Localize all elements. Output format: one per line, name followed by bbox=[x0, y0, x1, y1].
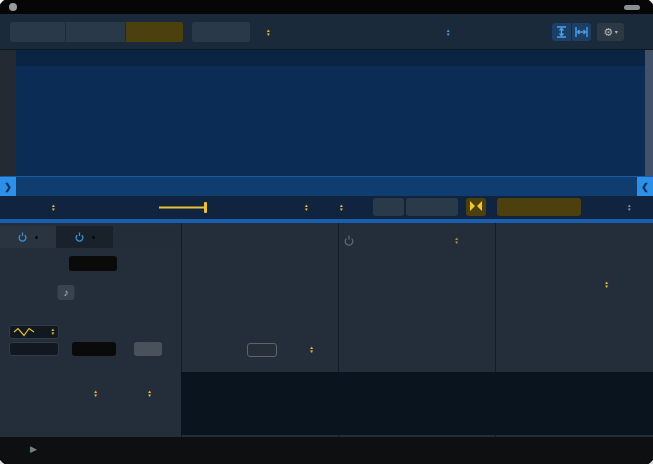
filter-power-icon[interactable] bbox=[344, 235, 354, 246]
gate-button[interactable] bbox=[373, 198, 404, 216]
recorder-button[interactable] bbox=[192, 22, 250, 42]
bend-range-selector[interactable]: ▲▼ bbox=[306, 343, 313, 355]
key-scroll-left-button[interactable]: ❯ bbox=[0, 177, 16, 197]
tab-lfo1[interactable] bbox=[0, 226, 56, 248]
action-menu-button[interactable]: ⚙ ▾ bbox=[597, 23, 624, 41]
title-bar bbox=[0, 0, 653, 14]
rate-sync-button[interactable]: ♪ bbox=[58, 285, 75, 300]
snap-selector[interactable]: ▲▼ bbox=[443, 22, 450, 42]
synth-section: ♪ ▲▼ ▲▼ ▲▼ ▲▼ ▲▼ bbox=[0, 223, 653, 437]
sensitivity-slider[interactable] bbox=[158, 201, 212, 214]
waveform-ruler bbox=[0, 50, 653, 66]
start-key-selector[interactable]: ▲▼ bbox=[301, 199, 308, 216]
waveform-display[interactable] bbox=[0, 66, 653, 176]
tab-one-shot[interactable] bbox=[66, 22, 125, 42]
key-strip: ❯ ❮ bbox=[0, 176, 653, 196]
toolbar: ▲▼ ▲▼ ⚙ ▾ bbox=[0, 14, 653, 50]
waveform-left-gutter bbox=[0, 50, 16, 176]
lfo-polarity-selector[interactable] bbox=[9, 342, 59, 356]
lfo-led bbox=[92, 236, 95, 239]
play-icon[interactable]: ▶ bbox=[30, 444, 37, 454]
follow-tempo-button[interactable] bbox=[497, 198, 581, 216]
sample-file-selector[interactable]: ▲▼ bbox=[263, 22, 270, 42]
slice-options-row: ▲▼ ▲▼ ▲▼ ▲▼ bbox=[0, 196, 653, 219]
waveform-region: ❯ ❮ bbox=[0, 50, 653, 196]
polyphony-selector[interactable]: ▲▼ bbox=[601, 278, 608, 290]
key-tracking-toggle[interactable] bbox=[247, 343, 277, 357]
lfo-tab-bar bbox=[0, 226, 181, 248]
scale-selector[interactable]: ▲▼ bbox=[336, 199, 343, 216]
flex-bowtie-icon bbox=[469, 201, 483, 211]
key-trigger-toggle[interactable] bbox=[134, 342, 162, 356]
vertical-zoom-button[interactable] bbox=[552, 23, 571, 41]
via-selector[interactable]: ▲▼ bbox=[90, 387, 97, 399]
play-to-end-button[interactable] bbox=[406, 198, 458, 216]
tab-classic[interactable] bbox=[10, 22, 65, 42]
gear-icon: ⚙ bbox=[603, 26, 613, 38]
lfo-fade-mode-selector[interactable] bbox=[69, 256, 117, 271]
horizontal-zoom-button[interactable] bbox=[572, 23, 591, 41]
mode-selector[interactable]: ▲▼ bbox=[48, 199, 55, 216]
window-close-button[interactable] bbox=[9, 3, 17, 11]
title-bar-pill[interactable] bbox=[624, 5, 640, 10]
filter-type-selector[interactable]: ▲▼ bbox=[451, 235, 458, 246]
target-selector[interactable]: ▲▼ bbox=[144, 387, 151, 399]
waveform-svg bbox=[0, 66, 653, 176]
speed-selector[interactable]: ▲▼ bbox=[624, 199, 631, 216]
vertical-zoom-icon bbox=[552, 23, 571, 41]
lfo-waveform-selector[interactable]: ▲▼ bbox=[9, 325, 59, 339]
tab-slice[interactable] bbox=[126, 22, 183, 42]
stepper-icon: ▲▼ bbox=[266, 29, 270, 38]
power-icon bbox=[75, 232, 84, 242]
key-scroll-right-button[interactable]: ❮ bbox=[637, 177, 653, 197]
plugin-footer: ▶ bbox=[0, 437, 653, 464]
lfo-wave-icon bbox=[13, 327, 35, 337]
quick-sampler-window: ▲▼ ▲▼ ⚙ ▾ bbox=[0, 0, 653, 464]
note-icon: ♪ bbox=[64, 287, 69, 298]
tab-mod-matrix[interactable] bbox=[113, 226, 181, 248]
stepper-icon: ▲▼ bbox=[446, 29, 450, 38]
waveform-right-gutter bbox=[645, 50, 653, 176]
horizontal-zoom-icon bbox=[572, 23, 591, 41]
lfo-mode-selector[interactable] bbox=[72, 342, 116, 356]
envelope-strip bbox=[181, 372, 653, 435]
tab-lfo2[interactable] bbox=[57, 226, 112, 248]
lfo-led bbox=[35, 236, 38, 239]
power-icon bbox=[18, 232, 27, 242]
flex-button[interactable] bbox=[466, 198, 486, 216]
